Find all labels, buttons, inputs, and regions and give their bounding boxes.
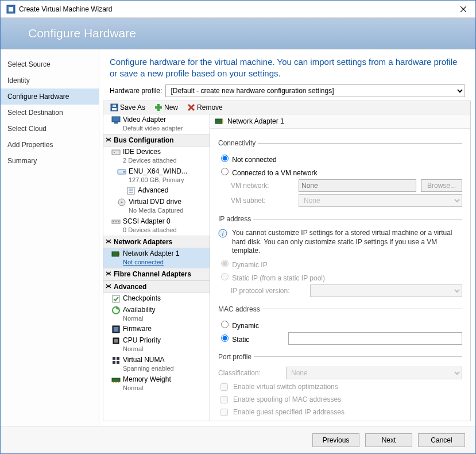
- vm-network-input[interactable]: [299, 179, 416, 192]
- step-identity[interactable]: Identity: [1, 72, 99, 89]
- tree-checkpoints[interactable]: Checkpoints: [103, 293, 210, 305]
- save-as-label: Save As: [120, 103, 145, 111]
- collapse-icon: [105, 137, 112, 144]
- svg-rect-36: [117, 357, 119, 360]
- radio-mac-dynamic[interactable]: Dynamic: [218, 319, 259, 330]
- tree-dvd-drive[interactable]: Virtual DVD drive No Media Captured: [103, 197, 210, 216]
- main-panel: Configure hardware for the virtual machi…: [99, 49, 475, 426]
- save-as-button[interactable]: Save As: [107, 102, 149, 113]
- tree-firmware[interactable]: Firmware: [103, 324, 210, 335]
- next-button[interactable]: Next: [365, 433, 412, 447]
- ip-protocol-select[interactable]: [310, 284, 462, 297]
- new-button[interactable]: New: [151, 102, 181, 113]
- collapse-icon: [105, 238, 112, 245]
- svg-rect-6: [113, 105, 116, 107]
- previous-button[interactable]: Previous: [312, 433, 359, 447]
- chk-guest-ip[interactable]: Enable guest specified IP addresses: [218, 407, 462, 418]
- remove-icon: [187, 103, 195, 111]
- plus-icon: [154, 103, 162, 111]
- cancel-button[interactable]: Cancel: [418, 433, 465, 447]
- svg-rect-37: [113, 361, 115, 364]
- tree-video-adapter[interactable]: Video Adapter Default video adapter: [103, 114, 210, 134]
- remove-button[interactable]: Remove: [184, 102, 226, 113]
- mac-static-input[interactable]: [288, 332, 462, 345]
- tree-network-adapter-1[interactable]: Network Adapter 1 Not connected: [103, 248, 210, 268]
- tree-scsi-adapter[interactable]: SCSI Adapter 0 0 Devices attached: [103, 216, 210, 236]
- svg-point-22: [121, 202, 123, 203]
- step-select-destination[interactable]: Select Destination: [1, 105, 99, 121]
- tree-group-fibre[interactable]: Fibre Channel Adapters: [103, 268, 210, 280]
- radio-dynamic-ip[interactable]: Dynamic IP: [218, 258, 268, 269]
- hardware-profile-select[interactable]: [Default - create new hardware configura…: [165, 84, 465, 97]
- list-icon: [126, 186, 136, 195]
- nic-icon: [215, 117, 224, 126]
- ip-info-text: You cannot customize IP settings for a s…: [232, 229, 462, 256]
- tree-hard-disk[interactable]: ENU_X64_WIND... 127.00 GB, Primary: [103, 166, 210, 186]
- tree-advanced-disk[interactable]: Advanced: [103, 185, 210, 197]
- radio-connected-vm-network[interactable]: Connected to a VM network: [218, 166, 317, 177]
- svg-rect-26: [118, 221, 119, 222]
- svg-point-14: [114, 152, 115, 153]
- browse-button[interactable]: Browse...: [421, 179, 462, 192]
- classification-select[interactable]: None: [286, 367, 462, 379]
- vm-network-label: VM network:: [231, 182, 294, 190]
- window-title: Create Virtual Machine Wizard: [19, 5, 454, 13]
- classification-label: Classification:: [218, 369, 281, 377]
- detail-header: Network Adapter 1: [210, 114, 470, 129]
- svg-rect-38: [117, 361, 119, 364]
- tree-group-advanced[interactable]: Advanced: [103, 280, 210, 293]
- radio-static-ip[interactable]: Static IP (from a static IP pool): [218, 271, 325, 282]
- svg-rect-5: [112, 108, 117, 110]
- step-select-source[interactable]: Select Source: [1, 56, 99, 72]
- memory-icon: [111, 375, 121, 384]
- svg-rect-11: [112, 117, 120, 122]
- svg-rect-13: [112, 150, 120, 155]
- nic-icon: [111, 249, 121, 259]
- monitor-icon: [111, 116, 121, 125]
- mac-address-group: MAC address Dynamic Static: [218, 305, 462, 347]
- ip-address-group: IP address i You cannot customize IP set…: [218, 215, 462, 299]
- svg-rect-27: [112, 252, 119, 256]
- chk-mac-spoofing[interactable]: Enable spoofing of MAC addresses: [218, 394, 462, 405]
- app-icon: [6, 5, 16, 14]
- tree-availability[interactable]: Availability Normal: [103, 305, 210, 324]
- tree-group-bus[interactable]: Bus Configuration: [103, 134, 210, 147]
- hardware-tree[interactable]: Video Adapter Default video adapter Bus …: [103, 114, 210, 421]
- wizard-footer: Previous Next Cancel: [1, 426, 475, 453]
- vm-subnet-label: VM subnet:: [231, 197, 294, 205]
- svg-rect-28: [119, 253, 120, 255]
- tree-ide-devices[interactable]: IDE Devices 2 Devices attached: [103, 147, 210, 166]
- titlebar: Create Virtual Machine Wizard: [1, 1, 475, 18]
- svg-rect-25: [115, 221, 117, 222]
- radio-not-connected[interactable]: Not connected: [218, 153, 277, 164]
- svg-rect-29: [113, 295, 119, 302]
- svg-rect-44: [222, 120, 223, 122]
- collapse-icon: [105, 271, 112, 278]
- svg-rect-39: [112, 378, 120, 382]
- tree-cpu-priority[interactable]: CPU Priority Normal: [103, 335, 210, 355]
- detail-title: Network Adapter 1: [227, 117, 284, 125]
- page-title: Configure Hardware: [28, 26, 136, 40]
- step-configure-hardware[interactable]: Configure Hardware: [1, 89, 99, 105]
- step-summary[interactable]: Summary: [1, 153, 99, 169]
- checkpoint-icon: [111, 294, 121, 303]
- svg-rect-41: [115, 382, 117, 383]
- tree-virtual-numa[interactable]: Virtual NUMA Spanning enabled: [103, 355, 210, 374]
- detail-panel: Network Adapter 1 Connectivity Not conne…: [210, 114, 470, 421]
- collapse-icon: [105, 283, 112, 290]
- svg-rect-35: [113, 357, 115, 360]
- availability-icon: [111, 306, 121, 315]
- banner: Configure Hardware: [1, 18, 475, 49]
- tree-memory-weight[interactable]: Memory Weight Normal: [103, 374, 210, 394]
- connectivity-group: Connectivity Not connected Connected to …: [218, 139, 462, 209]
- radio-mac-static[interactable]: Static: [218, 333, 249, 344]
- info-icon: i: [218, 229, 227, 238]
- step-add-properties[interactable]: Add Properties: [1, 137, 99, 153]
- vm-subnet-select[interactable]: None: [299, 194, 462, 207]
- hard-disk-icon: [117, 167, 126, 176]
- window-close-button[interactable]: [454, 2, 473, 16]
- step-select-cloud[interactable]: Select Cloud: [1, 121, 99, 137]
- chk-virtual-switch-opt[interactable]: Enable virtual switch optimizations: [218, 382, 462, 393]
- tree-group-network[interactable]: Network Adapters: [103, 236, 210, 248]
- mac-legend: MAC address: [218, 305, 262, 313]
